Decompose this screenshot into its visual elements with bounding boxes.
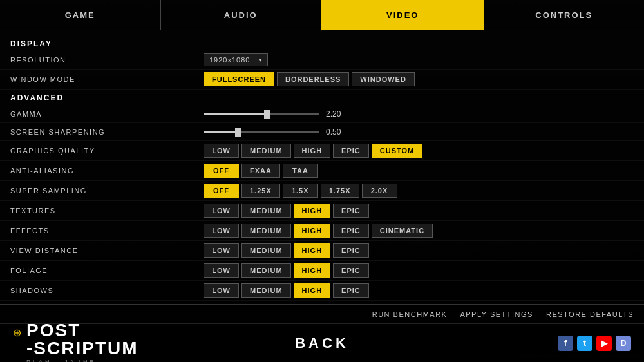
eff-epic-btn[interactable]: EPIC xyxy=(333,224,369,238)
gamma-thumb[interactable] xyxy=(264,110,270,119)
shadows-label: SHADOWS xyxy=(10,287,204,294)
view-distance-row: VIEW DISTANCE LOW MEDIUM HIGH EPIC xyxy=(0,241,644,261)
textures-row: TEXTURES LOW MEDIUM HIGH EPIC xyxy=(0,201,644,221)
nav-tabs: GAME AUDIO VIDEO CONTROLS xyxy=(0,0,644,30)
borderless-btn[interactable]: BORDERLESS xyxy=(277,72,349,86)
super-sampling-label: SUPER SAMPLING xyxy=(10,187,204,195)
fullscreen-btn[interactable]: FULLSCREEN xyxy=(204,72,274,86)
foliage-control: LOW MEDIUM HIGH EPIC xyxy=(204,263,634,278)
ss-15-btn[interactable]: 1.5x xyxy=(283,184,318,198)
logo-line1: POST xyxy=(26,321,138,339)
windowed-btn[interactable]: WINDOWED xyxy=(352,72,415,86)
restore-defaults-btn[interactable]: RESTORE DEFAULTS xyxy=(546,310,634,318)
textures-control: LOW MEDIUM HIGH EPIC xyxy=(204,204,634,218)
fol-epic-btn[interactable]: EPIC xyxy=(333,263,369,278)
sharpening-fill xyxy=(204,131,238,133)
tab-audio[interactable]: AUDIO xyxy=(161,0,322,30)
anti-aliasing-control: OFF FXAA TAA xyxy=(204,164,634,178)
gamma-value: 2.20 xyxy=(326,110,348,119)
sha-epic-btn[interactable]: EPIC xyxy=(333,283,369,298)
vd-high-btn[interactable]: HIGH xyxy=(294,243,331,258)
sharpening-value: 0.50 xyxy=(326,128,348,137)
view-distance-label: VIEW DISTANCE xyxy=(10,247,204,254)
window-mode-label: WINDOW MODE xyxy=(10,75,204,83)
shadows-control: LOW MEDIUM HIGH EPIC xyxy=(204,283,634,298)
window-mode-control: FULLSCREEN BORDERLESS WINDOWED xyxy=(204,72,634,86)
gamma-track[interactable] xyxy=(204,113,319,115)
tex-epic-btn[interactable]: EPIC xyxy=(333,204,369,218)
foliage-row: FOLIAGE LOW MEDIUM HIGH EPIC xyxy=(0,261,644,281)
ss-20-btn[interactable]: 2.0x xyxy=(362,184,397,198)
logo-subtitle: PLAN · JAUNE xyxy=(26,359,138,363)
gq-custom-btn[interactable]: CUSTOM xyxy=(372,144,422,158)
sharpening-track[interactable] xyxy=(204,131,319,133)
vd-epic-btn[interactable]: EPIC xyxy=(333,243,369,258)
anti-aliasing-row: ANTI-ALIASING OFF FXAA TAA xyxy=(0,161,644,181)
gq-low-btn[interactable]: LOW xyxy=(204,144,239,158)
fol-medium-btn[interactable]: MEDIUM xyxy=(242,263,291,278)
anti-aliasing-label: ANTI-ALIASING xyxy=(10,167,204,175)
eff-medium-btn[interactable]: MEDIUM xyxy=(242,224,291,238)
tex-medium-btn[interactable]: MEDIUM xyxy=(242,204,291,218)
back-button[interactable]: BACK xyxy=(295,335,349,352)
settings-panel: DISPLAY RESOLUTION 1920x1080 WINDOW MODE… xyxy=(0,30,644,304)
graphics-quality-row: GRAPHICS QUALITY LOW MEDIUM HIGH EPIC CU… xyxy=(0,141,644,161)
sha-low-btn[interactable]: LOW xyxy=(204,283,239,298)
logo-line2: -SCRIPTUM xyxy=(26,339,138,357)
apply-settings-btn[interactable]: APPLY SETTINGS xyxy=(460,310,533,318)
youtube-icon[interactable]: ▶ xyxy=(596,336,612,351)
resolution-control: 1920x1080 xyxy=(204,53,634,66)
tab-game[interactable]: GAME xyxy=(0,0,161,30)
ss-off-btn[interactable]: Off xyxy=(204,184,239,198)
logo-icon: ⊕ xyxy=(13,327,21,339)
gq-high-btn[interactable]: HIGH xyxy=(294,144,331,158)
aa-taa-btn[interactable]: TAA xyxy=(283,164,318,178)
gq-medium-btn[interactable]: MEDIUM xyxy=(242,144,291,158)
advanced-section-header: ADVANCED xyxy=(0,90,644,105)
ss-125-btn[interactable]: 1.25x xyxy=(242,184,280,198)
discord-icon[interactable]: D xyxy=(616,336,631,351)
gamma-fill xyxy=(204,113,267,115)
gamma-row: GAMMA 2.20 xyxy=(0,105,644,123)
textures-label: TEXTURES xyxy=(10,207,204,214)
vd-medium-btn[interactable]: MEDIUM xyxy=(242,243,291,258)
resolution-row: RESOLUTION 1920x1080 xyxy=(0,51,644,70)
fol-high-btn[interactable]: HIGH xyxy=(294,263,331,278)
effects-row: EFFECTS LOW MEDIUM HIGH EPIC CINEMATIC xyxy=(0,221,644,241)
graphics-quality-label: GRAPHICS QUALITY xyxy=(10,147,204,155)
eff-cinematic-btn[interactable]: CINEMATIC xyxy=(372,224,433,238)
shadows-row: SHADOWS LOW MEDIUM HIGH EPIC xyxy=(0,281,644,301)
fol-low-btn[interactable]: LOW xyxy=(204,263,239,278)
twitter-icon[interactable]: t xyxy=(577,336,592,351)
sharpening-slider-container: 0.50 xyxy=(204,128,348,137)
tab-video[interactable]: VIDEO xyxy=(321,0,484,30)
sha-high-btn[interactable]: HIGH xyxy=(294,283,331,298)
aa-off-btn[interactable]: OFF xyxy=(204,164,239,178)
ss-175-btn[interactable]: 1.75x xyxy=(321,184,359,198)
super-sampling-row: SUPER SAMPLING Off 1.25x 1.5x 1.75x 2.0x xyxy=(0,181,644,201)
aa-fxaa-btn[interactable]: FXAA xyxy=(242,164,280,178)
gamma-control: 2.20 xyxy=(204,110,634,119)
display-section-header: DISPLAY xyxy=(0,35,644,51)
tex-high-btn[interactable]: HIGH xyxy=(294,204,331,218)
gamma-label: GAMMA xyxy=(10,110,204,118)
super-sampling-control: Off 1.25x 1.5x 1.75x 2.0x xyxy=(204,184,634,198)
vd-low-btn[interactable]: LOW xyxy=(204,243,239,258)
foliage-label: FOLIAGE xyxy=(10,267,204,274)
run-benchmark-btn[interactable]: RUN BENCHMARK xyxy=(372,310,448,318)
gq-epic-btn[interactable]: EPIC xyxy=(333,144,369,158)
resolution-dropdown[interactable]: 1920x1080 xyxy=(204,53,268,66)
tex-low-btn[interactable]: LOW xyxy=(204,204,239,218)
effects-label: EFFECTS xyxy=(10,227,204,234)
sha-medium-btn[interactable]: MEDIUM xyxy=(242,283,291,298)
view-distance-control: LOW MEDIUM HIGH EPIC xyxy=(204,243,634,258)
logo-bar: ⊕ POST -SCRIPTUM PLAN · JAUNE BACK f t ▶… xyxy=(0,323,644,362)
eff-low-btn[interactable]: LOW xyxy=(204,224,239,238)
tab-controls[interactable]: CONTROLS xyxy=(484,0,645,30)
eff-high-btn[interactable]: HIGH xyxy=(294,224,331,238)
screen-sharpening-row: SCREEN SHARPENING 0.50 xyxy=(0,123,644,141)
gamma-slider-container: 2.20 xyxy=(204,110,348,119)
sharpening-thumb[interactable] xyxy=(235,128,242,137)
facebook-icon[interactable]: f xyxy=(558,336,573,351)
social-icons: f t ▶ D xyxy=(558,336,631,351)
